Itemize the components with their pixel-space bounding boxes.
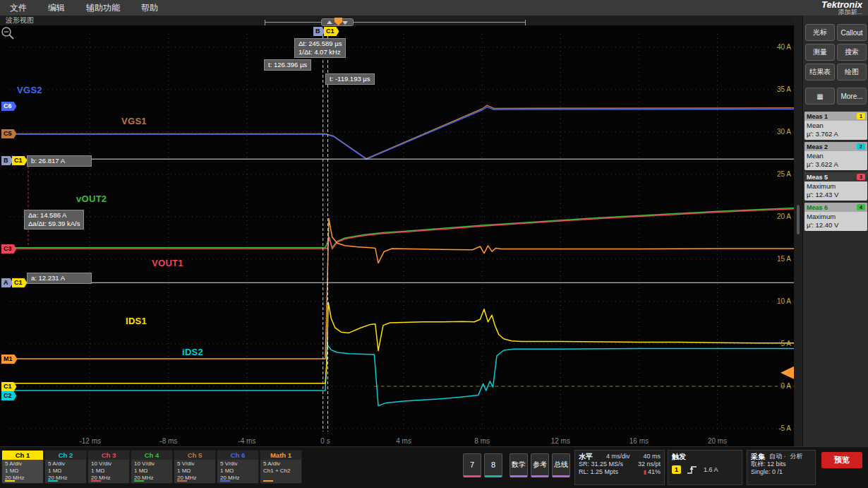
waveform-display[interactable]: 40 A35 A30 A25 A20 A15 A10 A5 A0 A-5 A-1… — [0, 25, 794, 446]
channel-impedance: 1 MΩ — [177, 468, 215, 475]
menu-help[interactable]: 帮助 — [141, 2, 158, 14]
acquisition-window-line — [265, 22, 526, 23]
meas-source-chip: 4 — [857, 204, 865, 210]
delta-a-rate-value: Δa/Δt: 59.39 kA/s — [28, 220, 80, 228]
channel-scale: 10 V/div — [91, 460, 129, 468]
meas-stat: Mean — [807, 152, 865, 160]
channel-badge-ch5[interactable]: Ch 5 5 V/div 1 MΩ 20 MHz — [174, 450, 216, 484]
svg-text:12 ms: 12 ms — [551, 437, 570, 445]
svg-text:15 A: 15 A — [777, 255, 791, 263]
channel-header: Ch 5 — [174, 451, 215, 460]
meas-title: Meas 1 — [807, 113, 828, 120]
channel-impedance: 1 MΩ — [91, 468, 129, 475]
plot-button[interactable]: 绘图 — [837, 64, 867, 81]
meas-card-2[interactable]: Meas 2 2 Mean µ': 3.622 A — [804, 142, 867, 170]
svg-text:30 A: 30 A — [777, 128, 791, 136]
meas-value: µ': 12.40 V — [807, 221, 865, 230]
channel-badge-m1[interactable]: M1 — [1, 355, 18, 364]
add-channel-8-button[interactable]: 8 — [484, 453, 502, 477]
add-channel-7-button[interactable]: 7 — [463, 453, 481, 477]
results-table-button[interactable]: 结果表 — [805, 64, 835, 81]
delta-a-value: Δa: 14.586 A — [28, 211, 80, 220]
acquisition-panel[interactable]: 采集 自动 · 分析 取样: 12 bits Single: 0 /1 — [747, 450, 816, 485]
meas-card-header: Meas 1 1 — [804, 112, 867, 121]
preview-button[interactable]: 预览 — [821, 452, 862, 468]
svg-text:4 ms: 4 ms — [396, 437, 411, 445]
search-button[interactable]: 搜索 — [837, 44, 867, 61]
cursor-b-level-readout: b: 26.817 A — [27, 155, 92, 167]
meas-title: Meas 5 — [807, 174, 828, 181]
more-button[interactable]: More... — [837, 88, 867, 105]
cursor-a-level-readout: a: 12.231 A — [27, 273, 92, 284]
svg-text:8 ms: 8 ms — [474, 437, 490, 445]
cursor-b-source-badge[interactable]: C1 — [12, 156, 28, 165]
channel-color-tick — [5, 480, 15, 482]
channel-badge-ch3[interactable]: Ch 3 10 V/div 1 MΩ 20 MHz — [88, 450, 130, 484]
channel-badge-c6[interactable]: C6 — [1, 102, 17, 111]
meas-card-body: Maximum µ': 12.43 V — [804, 181, 867, 201]
channel-badge-ch1[interactable]: Ch 1 5 A/div 1 MΩ 20 MHz — [1, 450, 44, 484]
meas-source-chip: 3 — [857, 174, 865, 180]
meas-stat: Maximum — [807, 182, 865, 191]
channel-color-tick — [177, 480, 187, 482]
splitter-handle[interactable] — [797, 205, 800, 234]
sample-resolution: 32 ns/pt — [638, 460, 661, 468]
channel-badge-ch2[interactable]: Ch 2 5 A/div 1 MΩ 20 MHz — [44, 450, 87, 484]
svg-text:16 ms: 16 ms — [629, 437, 649, 445]
add-ref-button[interactable]: 参考 — [531, 453, 549, 477]
channel-scale: 5 V/div — [177, 460, 215, 468]
acquisition-preview-bar[interactable] — [265, 19, 526, 28]
panel-splitter[interactable] — [794, 16, 802, 446]
channel-badge-c2[interactable]: C2 — [1, 391, 17, 400]
add-bus-button[interactable]: 总线 — [552, 453, 570, 477]
vertical-cursor-source-badge[interactable]: C1 — [324, 27, 339, 36]
apps-button[interactable]: ▦ — [805, 88, 835, 105]
svg-text:0 s: 0 s — [320, 437, 330, 445]
menu-file[interactable]: 文件 — [10, 2, 27, 14]
svg-text:20 A: 20 A — [777, 213, 791, 220]
cursors-button[interactable]: 光标 — [805, 24, 835, 41]
add-math-button[interactable]: 数学 — [510, 453, 528, 477]
trace-label-ids1[interactable]: IDS1 — [126, 316, 147, 326]
channel-badge-c3[interactable]: C3 — [1, 244, 17, 254]
menu-edit[interactable]: 编辑 — [48, 2, 65, 14]
meas-card-header: Meas 6 4 — [804, 203, 867, 212]
cursor-a-source-badge[interactable]: C1 — [12, 278, 28, 287]
horizontal-scale: 4 ms/div — [606, 453, 630, 460]
meas-card-body: Mean µ': 3.762 A — [804, 121, 867, 140]
svg-text:20 ms: 20 ms — [708, 437, 727, 445]
channel-scale: 5 V/div — [220, 460, 258, 468]
horizontal-panel[interactable]: 水平 4 ms/div 40 ms SR: 31.25 MS/s 32 ns/p… — [574, 450, 665, 485]
channel-badge-c5[interactable]: C5 — [1, 129, 17, 138]
math-expression: Ch1 + Ch2 — [263, 468, 301, 475]
trigger-source-chip[interactable]: 1 — [672, 465, 681, 474]
trace-label-vout2[interactable]: vOUT2 — [76, 194, 107, 204]
svg-text:25 A: 25 A — [777, 170, 791, 178]
handle-down-arrow-icon — [342, 21, 348, 25]
trace-label-vgs1[interactable]: VGS1 — [121, 116, 147, 126]
callout-button[interactable]: Callout — [837, 24, 867, 41]
trigger-panel[interactable]: 触发 1 1.6 A — [668, 450, 742, 485]
trace-label-vgs2[interactable]: VGS2 — [17, 85, 42, 95]
measure-button[interactable]: 测量 — [805, 44, 835, 61]
waveform-view-title: 波形视图 — [6, 16, 34, 24]
trace-label-ids2[interactable]: iDS2 — [182, 347, 203, 357]
meas-card-1[interactable]: Meas 1 1 Mean µ': 3.762 A — [804, 112, 867, 140]
horizontal-window: 40 ms — [643, 453, 661, 460]
meas-card-6[interactable]: Meas 6 4 Maximum µ': 12.40 V — [804, 203, 867, 231]
brand-block: Tektronix 添加新... — [821, 1, 862, 16]
channel-badge-c1[interactable]: C1 — [1, 382, 17, 391]
trace-label-vout1[interactable]: VOUT1 — [152, 258, 183, 268]
math-badge-math1[interactable]: Math 1 5 A/div Ch1 + Ch2 — [260, 450, 302, 484]
channel-badge-ch6[interactable]: Ch 6 5 V/div 1 MΩ 20 MHz — [217, 450, 259, 484]
menu-bar: 文件 编辑 辅助功能 帮助 Tektronix 添加新... — [0, 0, 868, 16]
channel-impedance: 1 MΩ — [5, 468, 43, 475]
zoom-glass-icon[interactable] — [0, 25, 16, 41]
meas-card-5[interactable]: Meas 5 3 Maximum µ': 12.43 V — [804, 172, 867, 201]
meas-card-header: Meas 5 3 — [804, 172, 867, 181]
meas-card-header: Meas 2 2 — [804, 142, 867, 151]
record-position-icon: ▮ — [644, 469, 646, 475]
svg-text:-4 ms: -4 ms — [238, 437, 255, 445]
channel-badge-ch4[interactable]: Ch 4 10 V/div 1 MΩ 20 MHz — [131, 450, 173, 484]
menu-utility[interactable]: 辅助功能 — [86, 2, 120, 14]
